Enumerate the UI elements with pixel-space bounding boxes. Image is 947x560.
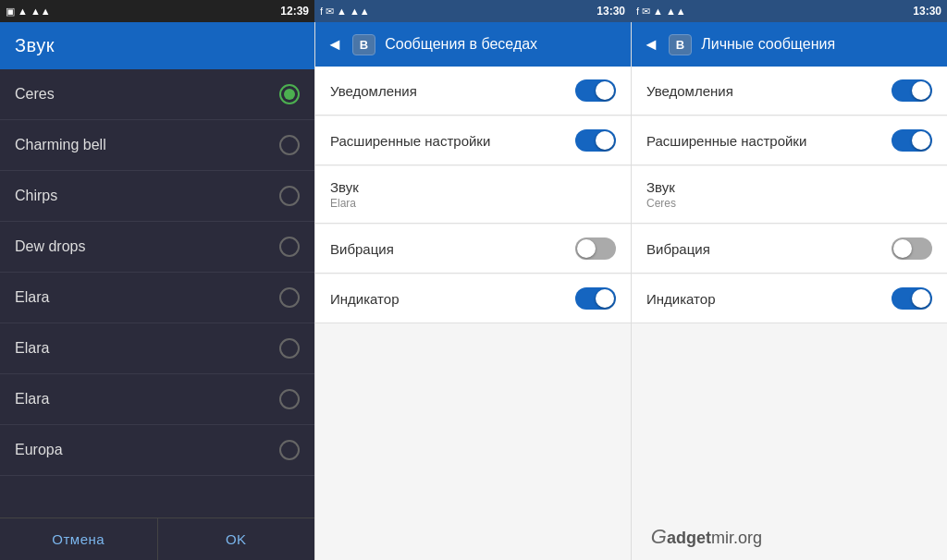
radio-5[interactable] — [279, 338, 300, 359]
radio-6[interactable] — [279, 389, 300, 409]
label-group-2: Звук Ceres — [646, 179, 676, 210]
setting-row-4[interactable]: Индикатор — [315, 274, 631, 323]
radio-7[interactable] — [279, 440, 300, 460]
status-bar-mid: f ✉ ▲ ▲▲ 13:30 — [314, 0, 631, 22]
setting-row-1[interactable]: Расширенные настройки — [632, 116, 947, 165]
main-content: Звук Ceres Charming bell Chirps Dew drop… — [0, 22, 947, 560]
sound-item-name-1: Charming bell — [15, 137, 106, 153]
left-status-icons: ▣ ▲ ▲▲ — [6, 6, 51, 18]
setting-sublabel-2: Elara — [330, 197, 359, 210]
sound-item-1[interactable]: Charming bell — [0, 120, 314, 171]
ok-button[interactable]: OK — [158, 518, 315, 560]
setting-row-2[interactable]: Звук Ceres — [632, 166, 947, 224]
status-bar-right: f ✉ ▲ ▲▲ 13:30 — [631, 0, 947, 22]
toggle-3[interactable] — [575, 237, 616, 260]
right-panel-title: Личные сообщения — [701, 36, 835, 53]
msg-icon: ✉ — [326, 6, 334, 18]
setting-row-0[interactable]: Уведомления — [632, 67, 947, 116]
sound-item-name-7: Europa — [15, 442, 63, 458]
setting-sublabel-2: Ceres — [646, 197, 676, 210]
sound-item-7[interactable]: Europa — [0, 425, 314, 476]
setting-label-3: Вибрация — [646, 241, 710, 257]
fb-icon-right: f — [636, 6, 639, 17]
toggle-knob-4 — [912, 289, 930, 308]
sound-item-name-2: Chirps — [15, 188, 57, 204]
sound-item-2[interactable]: Chirps — [0, 171, 314, 222]
setting-row-2[interactable]: Звук Elara — [315, 166, 631, 224]
toggle-4[interactable] — [575, 287, 616, 310]
battery-icon: ▣ — [6, 6, 15, 18]
setting-row-4[interactable]: Индикатор — [632, 274, 947, 323]
right-back-button[interactable]: ◄ — [643, 35, 659, 55]
right-vk-badge: В — [669, 34, 692, 55]
toggle-knob-4 — [596, 289, 614, 308]
middle-panel-title: Сообщения в беседах — [385, 36, 537, 53]
radio-1[interactable] — [279, 135, 300, 155]
sound-list[interactable]: Ceres Charming bell Chirps Dew drops Ela… — [0, 69, 314, 517]
toggle-knob-3 — [893, 239, 912, 258]
label-group-2: Звук Elara — [330, 179, 359, 210]
middle-panel: ◄ В Сообщения в беседах УведомленияРасши… — [314, 22, 631, 560]
middle-back-button[interactable]: ◄ — [326, 35, 343, 55]
left-footer: Отмена OK — [0, 517, 314, 560]
sound-title: Звук — [15, 35, 55, 55]
right-status-icons: f ✉ ▲ ▲▲ — [636, 6, 686, 18]
setting-row-0[interactable]: Уведомления — [315, 67, 631, 116]
left-header: Звук — [0, 22, 314, 69]
middle-panel-header: ◄ В Сообщения в беседах — [315, 22, 631, 67]
sound-item-name-5: Elara — [15, 340, 49, 357]
wifi-icon-right: ▲ — [653, 6, 663, 17]
sound-item-name-0: Ceres — [15, 86, 55, 103]
right-time: 13:30 — [913, 5, 941, 18]
mid-status-icons: f ✉ ▲ ▲▲ — [320, 6, 370, 18]
toggle-0[interactable] — [575, 79, 616, 102]
signal-icon: ▲▲ — [31, 6, 51, 17]
setting-label-4: Индикатор — [330, 291, 400, 307]
right-panels: ◄ В Сообщения в беседах УведомленияРасши… — [314, 22, 947, 560]
wifi-icon: ▲ — [18, 6, 28, 17]
left-time: 12:39 — [280, 5, 309, 18]
right-panel-header: ◄ В Личные сообщения — [632, 22, 947, 67]
sound-item-name-4: Elara — [15, 289, 49, 306]
setting-label-3: Вибрация — [330, 241, 394, 257]
signal-icon-mid: ▲▲ — [350, 6, 370, 17]
setting-row-3[interactable]: Вибрация — [632, 225, 947, 274]
mid-time: 13:30 — [596, 5, 625, 18]
sound-item-5[interactable]: Elara — [0, 323, 314, 374]
toggle-3[interactable] — [892, 237, 932, 260]
toggle-knob-3 — [577, 239, 596, 258]
setting-label-1: Расширенные настройки — [646, 133, 806, 149]
sound-item-4[interactable]: Elara — [0, 273, 314, 323]
sound-item-name-6: Elara — [15, 391, 49, 408]
radio-0[interactable] — [279, 84, 300, 104]
toggle-1[interactable] — [892, 129, 932, 152]
radio-4[interactable] — [279, 287, 300, 308]
fb-icon: f — [320, 6, 323, 17]
toggle-4[interactable] — [892, 287, 932, 310]
right-settings-content: УведомленияРасширенные настройки Звук Ce… — [632, 67, 947, 560]
setting-label-1: Расширенные настройки — [330, 133, 490, 149]
setting-label-0: Уведомления — [646, 83, 733, 99]
sound-item-3[interactable]: Dew drops — [0, 222, 314, 273]
sound-item-0[interactable]: Ceres — [0, 69, 314, 120]
left-panel: Звук Ceres Charming bell Chirps Dew drop… — [0, 22, 314, 560]
toggle-1[interactable] — [575, 129, 616, 152]
msg-icon-right: ✉ — [642, 6, 650, 18]
toggle-knob-1 — [596, 131, 614, 150]
radio-3[interactable] — [279, 237, 300, 257]
setting-row-1[interactable]: Расширенные настройки — [315, 116, 631, 165]
status-bar-left: ▣ ▲ ▲▲ 12:39 — [0, 0, 314, 22]
sound-item-6[interactable]: Elara — [0, 374, 314, 425]
radio-2[interactable] — [279, 186, 300, 206]
toggle-knob-1 — [912, 131, 930, 150]
sound-item-name-3: Dew drops — [15, 238, 85, 255]
signal-icon-right: ▲▲ — [666, 6, 686, 17]
toggle-0[interactable] — [892, 79, 932, 102]
middle-vk-badge: В — [352, 34, 375, 55]
status-bars: ▣ ▲ ▲▲ 12:39 f ✉ ▲ ▲▲ 13:30 f ✉ ▲ ▲▲ 13:… — [0, 0, 947, 22]
cancel-button[interactable]: Отмена — [0, 518, 158, 560]
middle-settings-content: УведомленияРасширенные настройки Звук El… — [315, 67, 631, 560]
setting-row-3[interactable]: Вибрация — [315, 225, 631, 274]
right-panel: ◄ В Личные сообщения УведомленияРасширен… — [631, 22, 947, 560]
toggle-knob-0 — [912, 81, 930, 100]
